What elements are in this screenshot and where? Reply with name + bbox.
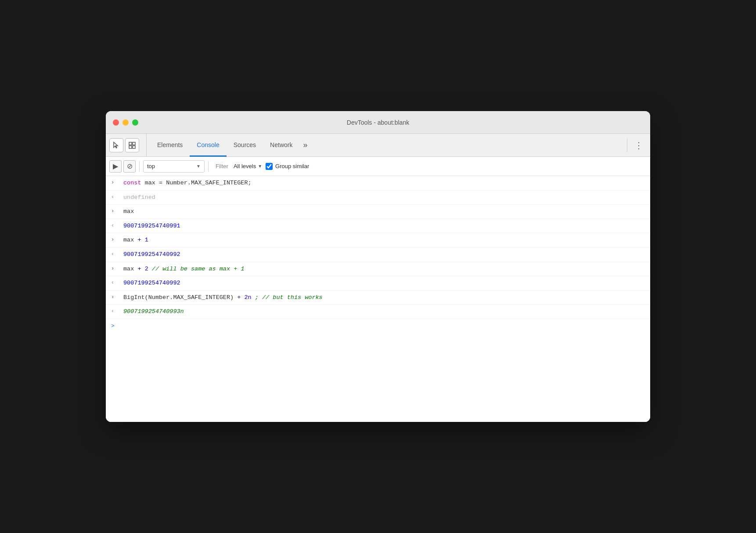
- console-row: › max + 2 // will be same as max + 1: [106, 262, 650, 277]
- result-span: 9007199254740991: [123, 223, 180, 229]
- row-content: BigInt(Number.MAX_SAFE_INTEGER) + 2n ; /…: [123, 293, 647, 303]
- number-span: 2n: [244, 294, 251, 301]
- console-row: › max: [106, 205, 650, 219]
- devtools-menu-button[interactable]: ⋮: [631, 134, 647, 156]
- context-selector[interactable]: top ▼: [143, 160, 205, 173]
- output-arrow-icon: ‹: [111, 222, 114, 230]
- toolbar-separator-1: [139, 161, 140, 172]
- tab-separator: [627, 138, 627, 152]
- group-similar-checkbox-group: Group similar: [266, 163, 309, 170]
- filter-label: Filter: [212, 163, 232, 169]
- svg-rect-0: [129, 142, 132, 145]
- row-gutter: ›: [111, 264, 123, 273]
- inspect-icon[interactable]: [125, 138, 139, 152]
- output-arrow-icon: ‹: [111, 193, 114, 202]
- minimize-button[interactable]: [122, 119, 129, 126]
- row-gutter: ‹: [111, 307, 123, 316]
- console-input[interactable]: [118, 323, 647, 329]
- input-arrow-icon[interactable]: ›: [111, 179, 114, 187]
- number-span: 2: [145, 266, 148, 272]
- comment-span: // will be same as max + 1: [152, 266, 245, 272]
- devtools-window: DevTools - about:blank Elements C: [106, 111, 650, 422]
- input-arrow-icon[interactable]: ›: [111, 265, 114, 273]
- cursor-icon[interactable]: [109, 138, 123, 152]
- more-tabs-button[interactable]: »: [299, 134, 311, 156]
- devtools-tab-bar: Elements Console Sources Network » ⋮: [106, 134, 650, 157]
- output-arrow-icon: ‹: [111, 250, 114, 259]
- code-span: max = Number.MAX_SAFE_INTEGER;: [145, 180, 252, 186]
- group-similar-label[interactable]: Group similar: [275, 163, 309, 169]
- console-input-row: >: [106, 319, 650, 333]
- console-row: › BigInt(Number.MAX_SAFE_INTEGER) + 2n ;…: [106, 291, 650, 305]
- input-arrow-icon[interactable]: ›: [111, 293, 114, 302]
- row-content: const max = Number.MAX_SAFE_INTEGER;: [123, 178, 647, 188]
- toolbar-separator-2: [208, 161, 209, 172]
- row-content: 9007199254740992: [123, 278, 647, 288]
- tab-network[interactable]: Network: [263, 134, 299, 157]
- operator-span: +: [137, 266, 141, 272]
- tab-spacer: [311, 134, 623, 156]
- window-title: DevTools - about:blank: [347, 119, 409, 126]
- number-span: 1: [145, 237, 148, 243]
- row-gutter: ‹: [111, 250, 123, 259]
- row-content: 9007199254740991: [123, 221, 647, 231]
- keyword-span: const: [123, 180, 141, 186]
- input-arrow-icon[interactable]: ›: [111, 236, 114, 244]
- input-caret-icon: >: [111, 323, 115, 329]
- row-gutter: ›: [111, 235, 123, 244]
- result-span: 9007199254740992: [123, 280, 180, 286]
- code-span: max: [123, 237, 137, 243]
- operator-span: +: [237, 294, 241, 301]
- console-row: › max + 1: [106, 233, 650, 248]
- tab-sources[interactable]: Sources: [227, 134, 263, 157]
- row-gutter: ›: [111, 293, 123, 302]
- row-content: max: [123, 207, 647, 216]
- svg-rect-3: [133, 146, 135, 148]
- console-row: ‹ 9007199254740992: [106, 248, 650, 262]
- code-span: max: [123, 208, 134, 215]
- group-similar-checkbox[interactable]: [266, 163, 273, 170]
- svg-rect-2: [129, 146, 132, 148]
- comment-span: ; // but this works: [255, 294, 323, 301]
- close-button[interactable]: [113, 119, 119, 126]
- console-row: ‹ 9007199254740992: [106, 276, 650, 291]
- row-gutter: ‹: [111, 278, 123, 287]
- levels-selector[interactable]: All levels ▼: [234, 163, 262, 169]
- tab-elements[interactable]: Elements: [150, 134, 190, 157]
- row-content: max + 2 // will be same as max + 1: [123, 264, 647, 274]
- console-row: › const max = Number.MAX_SAFE_INTEGER;: [106, 176, 650, 191]
- code-span: BigInt(Number.MAX_SAFE_INTEGER): [123, 294, 237, 301]
- tab-console[interactable]: Console: [190, 134, 226, 157]
- console-row: ‹ 9007199254740991: [106, 219, 650, 234]
- row-content: 9007199254740993n: [123, 307, 647, 317]
- console-toolbar: ▶ ⊘ top ▼ Filter All levels ▼ Group simi…: [106, 157, 650, 176]
- row-content: 9007199254740992: [123, 250, 647, 259]
- result-span: 9007199254740993n: [123, 308, 184, 315]
- result-span: 9007199254740992: [123, 251, 180, 258]
- row-gutter: ›: [111, 207, 123, 216]
- row-gutter: ›: [111, 178, 123, 187]
- clear-button[interactable]: ⊘: [123, 160, 136, 173]
- operator-span: +: [137, 237, 141, 243]
- svg-rect-1: [133, 142, 135, 145]
- traffic-lights: [113, 119, 138, 126]
- row-content: undefined: [123, 193, 647, 202]
- result-span: undefined: [123, 194, 155, 201]
- tab-icon-group: [109, 134, 147, 156]
- play-button[interactable]: ▶: [109, 160, 122, 173]
- maximize-button[interactable]: [132, 119, 138, 126]
- row-gutter: ‹: [111, 193, 123, 202]
- row-gutter: ‹: [111, 221, 123, 230]
- title-bar: DevTools - about:blank: [106, 111, 650, 134]
- code-span: max: [123, 266, 137, 272]
- context-caret-icon: ▼: [196, 164, 201, 169]
- console-row: ‹ 9007199254740993n: [106, 305, 650, 319]
- console-output: › const max = Number.MAX_SAFE_INTEGER; ‹…: [106, 176, 650, 422]
- output-arrow-icon: ‹: [111, 279, 114, 287]
- console-row: ‹ undefined: [106, 191, 650, 205]
- levels-caret-icon: ▼: [258, 164, 262, 169]
- input-arrow-icon[interactable]: ›: [111, 207, 114, 216]
- row-content: max + 1: [123, 235, 647, 245]
- output-arrow-icon: ‹: [111, 307, 114, 316]
